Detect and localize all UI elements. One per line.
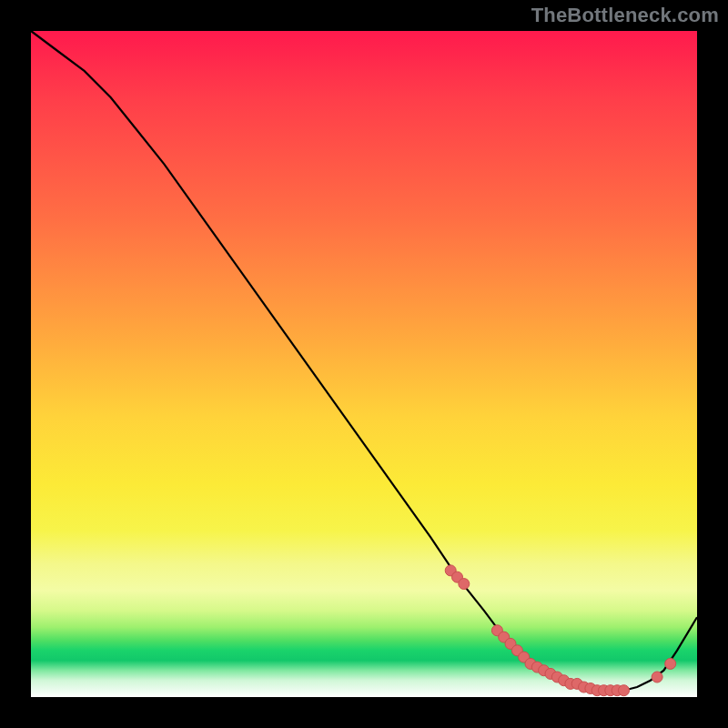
marker-point: [652, 672, 662, 682]
marker-point: [665, 658, 676, 669]
chart-frame: TheBottleneck.com: [0, 0, 728, 728]
highlighted-points: [445, 565, 676, 696]
marker-point: [619, 685, 630, 696]
bottleneck-curve: [31, 31, 697, 691]
marker-point: [459, 579, 470, 590]
curve-layer: [31, 31, 697, 697]
attribution-label: TheBottleneck.com: [531, 4, 719, 27]
plot-area: [31, 31, 697, 697]
